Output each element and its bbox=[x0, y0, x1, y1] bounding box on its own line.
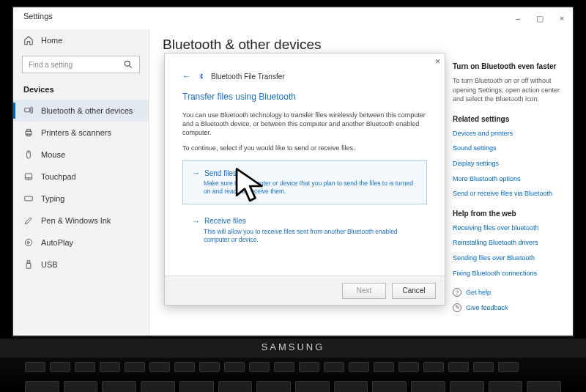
svg-rect-17 bbox=[27, 261, 30, 264]
back-icon[interactable]: ← bbox=[182, 71, 191, 81]
dialog-heading: Transfer files using Bluetooth bbox=[182, 92, 427, 102]
sidebar-nav: Bluetooth & other devices Printers & sca… bbox=[13, 100, 149, 275]
page-title: Bluetooth & other devices bbox=[163, 37, 573, 53]
bluetooth-file-transfer-dialog: × ← Bluetooth File Transfer Transfer fil… bbox=[164, 53, 445, 306]
sidebar-item-label: AutoPlay bbox=[41, 238, 73, 247]
option-title: Receive files bbox=[204, 217, 246, 225]
link-send-receive-files[interactable]: Send or receive files via Bluetooth bbox=[453, 189, 563, 199]
laptop-keyboard bbox=[0, 358, 586, 392]
help-link-receive[interactable]: Receiving files over bluetooth bbox=[453, 223, 563, 233]
sidebar-home[interactable]: Home bbox=[13, 29, 149, 51]
sidebar-home-label: Home bbox=[41, 36, 62, 45]
option-send-files[interactable]: → Send files Make sure the computer or d… bbox=[182, 160, 427, 204]
related-heading: Related settings bbox=[453, 114, 563, 125]
svg-point-16 bbox=[25, 239, 31, 245]
svg-rect-3 bbox=[31, 107, 32, 113]
right-pane: Turn on Bluetooth even faster To turn Bl… bbox=[453, 62, 563, 318]
help-link-reinstall[interactable]: Reinstalling Bluetooth drivers bbox=[453, 238, 563, 248]
link-more-bluetooth[interactable]: More Bluetooth options bbox=[453, 174, 563, 184]
question-icon: ? bbox=[453, 288, 461, 297]
sidebar-item-touchpad[interactable]: Touchpad bbox=[13, 166, 149, 188]
sidebar-item-pen[interactable]: Pen & Windows Ink bbox=[13, 210, 149, 232]
svg-rect-4 bbox=[26, 131, 31, 135]
arrow-right-icon: → bbox=[192, 217, 200, 226]
dialog-description: You can use Bluetooth technology to tran… bbox=[182, 111, 427, 137]
dialog-footer: Next Cancel bbox=[165, 275, 445, 305]
mouse-icon bbox=[23, 149, 34, 160]
sidebar-item-label: Printers & scanners bbox=[41, 128, 111, 137]
touchpad-icon bbox=[23, 171, 34, 182]
cursor-icon bbox=[230, 165, 272, 207]
dialog-instruction: To continue, select if you would like to… bbox=[182, 144, 427, 152]
sidebar-item-label: Touchpad bbox=[41, 172, 76, 181]
give-feedback-link[interactable]: ✎ Give feedback bbox=[453, 303, 563, 313]
link-display-settings[interactable]: Display settings bbox=[453, 159, 563, 169]
tip-body: To turn Bluetooth on or off without open… bbox=[453, 76, 563, 104]
autoplay-icon bbox=[23, 237, 34, 248]
home-icon bbox=[23, 35, 34, 45]
sidebar-item-printers[interactable]: Printers & scanners bbox=[13, 122, 149, 144]
sidebar-item-mouse[interactable]: Mouse bbox=[13, 144, 149, 166]
dialog-wizard-name: Bluetooth File Transfer bbox=[211, 73, 285, 81]
arrow-right-icon: → bbox=[192, 169, 200, 177]
search-input[interactable]: Find a setting bbox=[22, 56, 140, 73]
link-sound-settings[interactable]: Sound settings bbox=[453, 144, 563, 153]
search-placeholder: Find a setting bbox=[29, 61, 73, 69]
keyboard-icon bbox=[23, 193, 34, 204]
link-devices-printers[interactable]: Devices and printers bbox=[453, 129, 563, 138]
sidebar-item-label: Mouse bbox=[41, 150, 65, 159]
option-description: This will allow you to receive files sen… bbox=[192, 228, 418, 244]
svg-rect-2 bbox=[25, 108, 30, 112]
devices-icon bbox=[23, 106, 34, 116]
sidebar-item-label: USB bbox=[41, 260, 58, 269]
bluetooth-icon bbox=[197, 73, 205, 81]
svg-rect-5 bbox=[27, 129, 31, 131]
window-title: Settings bbox=[23, 12, 53, 21]
help-heading: Help from the web bbox=[453, 209, 563, 219]
sidebar-section-label: Devices bbox=[13, 81, 149, 100]
feedback-icon: ✎ bbox=[453, 303, 461, 312]
laptop-brand: SAMSUNG bbox=[0, 339, 586, 358]
svg-line-1 bbox=[129, 65, 131, 67]
svg-rect-18 bbox=[26, 263, 31, 268]
sidebar-item-label: Typing bbox=[41, 194, 64, 203]
tip-heading: Turn on Bluetooth even faster bbox=[453, 62, 563, 72]
get-help-label: Get help bbox=[466, 288, 491, 297]
dialog-close-button[interactable]: × bbox=[435, 56, 440, 67]
sidebar-item-autoplay[interactable]: AutoPlay bbox=[13, 232, 149, 254]
help-link-fix[interactable]: Fixing Bluetooth connections bbox=[453, 269, 563, 278]
get-help-link[interactable]: ? Get help bbox=[453, 288, 563, 297]
give-feedback-label: Give feedback bbox=[466, 303, 508, 313]
sidebar-item-usb[interactable]: USB bbox=[13, 254, 149, 275]
dialog-header: ← Bluetooth File Transfer bbox=[182, 71, 427, 81]
usb-icon bbox=[23, 259, 34, 270]
option-receive-files[interactable]: → Receive files This will allow you to r… bbox=[182, 209, 427, 252]
cancel-button[interactable]: Cancel bbox=[392, 283, 436, 299]
sidebar: Home Find a setting Devices Bluetooth & … bbox=[13, 7, 149, 336]
svg-point-0 bbox=[125, 61, 130, 66]
sidebar-item-label: Pen & Windows Ink bbox=[41, 216, 111, 225]
option-description: Make sure the computer or device that yo… bbox=[192, 180, 418, 196]
next-button[interactable]: Next bbox=[342, 283, 386, 299]
svg-rect-12 bbox=[25, 196, 33, 201]
printer-icon bbox=[23, 127, 34, 138]
sidebar-item-bluetooth[interactable]: Bluetooth & other devices bbox=[13, 100, 149, 122]
sidebar-item-typing[interactable]: Typing bbox=[13, 188, 149, 210]
help-link-send[interactable]: Sending files over Bluetooth bbox=[453, 254, 563, 263]
sidebar-item-label: Bluetooth & other devices bbox=[41, 106, 133, 115]
pen-icon bbox=[23, 215, 34, 226]
search-icon bbox=[123, 59, 133, 70]
